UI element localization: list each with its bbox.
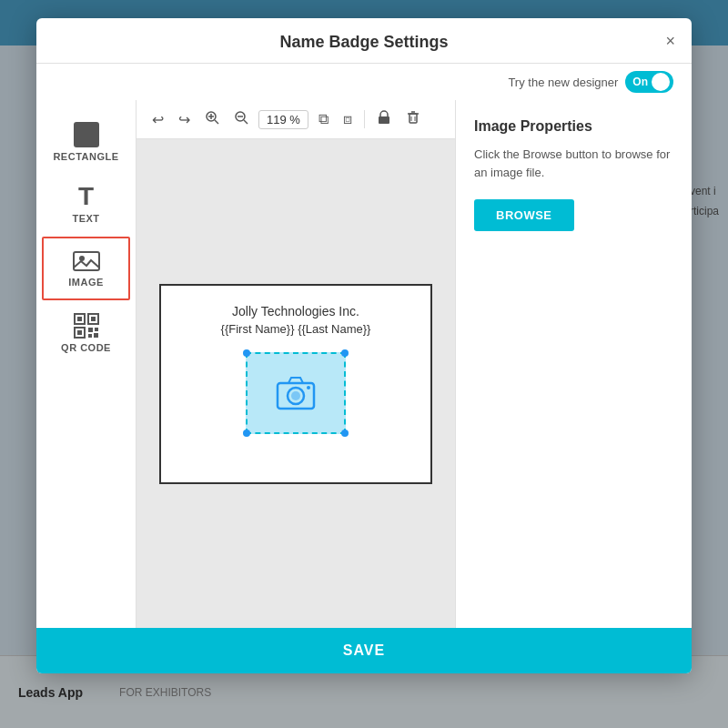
- svg-point-1: [79, 256, 85, 261]
- modal-header: Name Badge Settings ×: [36, 18, 692, 64]
- toggle-switch[interactable]: On: [625, 71, 673, 93]
- handle-top-left: [243, 349, 250, 357]
- tool-qrcode[interactable]: QR CODE: [36, 302, 136, 364]
- zoom-in-icon: [205, 110, 219, 125]
- badge-company-name: Jolly Technologies Inc.: [232, 304, 359, 318]
- tool-image[interactable]: IMAGE: [42, 237, 130, 300]
- toggle-label: Try the new designer: [508, 76, 618, 89]
- delete-button[interactable]: [401, 107, 425, 131]
- badge-name-template: {{First Name}} {{Last Name}}: [221, 322, 371, 336]
- toggle-on-text: On: [632, 76, 648, 88]
- zoom-out-icon: [234, 110, 248, 125]
- browse-button[interactable]: BROWSE: [474, 199, 574, 231]
- camera-icon: [276, 376, 316, 410]
- svg-rect-0: [74, 252, 99, 270]
- svg-rect-7: [77, 330, 82, 335]
- tool-rectangle[interactable]: RECTANGLE: [36, 111, 136, 173]
- delete-icon: [406, 110, 420, 125]
- svg-rect-3: [77, 317, 82, 321]
- modal-close-button[interactable]: ×: [665, 33, 675, 49]
- lock-icon: [377, 110, 391, 125]
- svg-rect-8: [88, 328, 93, 332]
- toggle-circle: [652, 73, 670, 91]
- modal-backdrop: Name Badge Settings × Try the new design…: [0, 0, 728, 728]
- panel-description: Click the Browse button to browse for an…: [474, 146, 673, 181]
- rectangle-label: RECTANGLE: [53, 151, 118, 162]
- toggle-row: Try the new designer On: [36, 64, 692, 100]
- canvas-toolbar: ↩ ↪: [136, 100, 455, 139]
- copy-button[interactable]: ⧉: [314, 108, 333, 130]
- svg-rect-19: [379, 116, 389, 124]
- rectangle-icon: [74, 122, 99, 147]
- lock-button[interactable]: [372, 107, 396, 131]
- left-toolbar: RECTANGLE T TEXT IMAGE: [36, 100, 136, 628]
- qr-icon: [74, 313, 99, 339]
- badge-image-element[interactable]: [246, 352, 346, 434]
- tool-text[interactable]: T TEXT: [36, 173, 136, 235]
- svg-line-17: [244, 120, 248, 124]
- modal: Name Badge Settings × Try the new design…: [36, 18, 692, 673]
- svg-line-13: [215, 120, 218, 124]
- svg-point-27: [291, 391, 300, 400]
- badge-canvas: Jolly Technologies Inc. {{First Name}} {…: [159, 284, 432, 484]
- qrcode-label: QR CODE: [61, 342, 111, 353]
- svg-rect-9: [95, 328, 98, 331]
- save-button[interactable]: SAVE: [343, 642, 385, 659]
- image-label: IMAGE: [68, 277, 104, 288]
- zoom-in-button[interactable]: [200, 107, 224, 131]
- modal-footer: SAVE: [36, 628, 692, 673]
- handle-top-right: [341, 349, 349, 357]
- text-label: TEXT: [72, 213, 99, 224]
- toolbar-divider: [364, 110, 365, 128]
- canvas-area: ↩ ↪: [136, 100, 455, 628]
- zoom-display: 119 %: [258, 110, 308, 129]
- svg-rect-10: [88, 334, 92, 338]
- text-icon: T: [78, 184, 94, 209]
- right-panel: Image Properties Click the Browse button…: [455, 100, 692, 628]
- image-icon: [73, 249, 100, 273]
- redo-button[interactable]: ↪: [174, 108, 195, 131]
- svg-rect-11: [94, 333, 98, 338]
- paste-button[interactable]: ⧈: [339, 108, 357, 130]
- zoom-out-button[interactable]: [229, 107, 253, 131]
- undo-button[interactable]: ↩: [147, 108, 168, 131]
- svg-rect-20: [410, 114, 417, 123]
- modal-body: RECTANGLE T TEXT IMAGE: [36, 100, 692, 628]
- svg-point-28: [307, 386, 310, 389]
- svg-rect-5: [91, 317, 96, 321]
- panel-title: Image Properties: [474, 118, 673, 135]
- canvas-workspace: Jolly Technologies Inc. {{First Name}} {…: [136, 139, 455, 628]
- modal-title: Name Badge Settings: [279, 33, 448, 52]
